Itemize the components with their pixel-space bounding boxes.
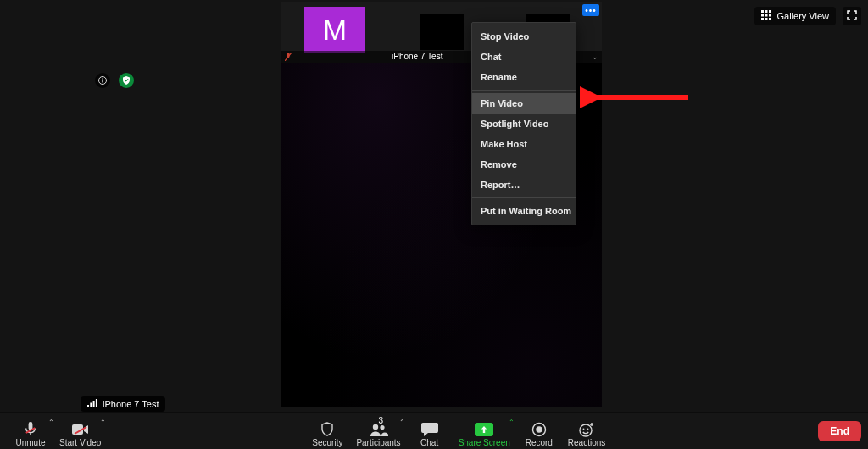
- reactions-label: Reactions: [568, 438, 605, 447]
- chat-bubble-icon: [421, 421, 438, 438]
- svg-rect-17: [96, 399, 97, 407]
- meeting-info-icon[interactable]: [95, 73, 110, 88]
- thumbnail-name: iPhone 7 Test: [392, 51, 442, 63]
- svg-rect-8: [769, 18, 771, 20]
- start-video-label: Start Video: [59, 438, 101, 447]
- security-label: Security: [312, 438, 342, 447]
- security-button[interactable]: Security: [303, 413, 351, 450]
- reactions-button[interactable]: Reactions: [563, 413, 610, 450]
- menu-make-host[interactable]: Make Host: [472, 134, 576, 154]
- share-screen-label: Share Screen: [459, 438, 510, 447]
- svg-rect-6: [761, 18, 764, 20]
- participants-label: Participants: [356, 438, 400, 447]
- chat-button[interactable]: Chat: [406, 413, 453, 450]
- menu-stop-video[interactable]: Stop Video: [472, 26, 576, 47]
- svg-rect-12: [102, 80, 103, 83]
- record-icon: [531, 421, 547, 438]
- video-off-placeholder: [420, 14, 464, 50]
- svg-point-25: [587, 428, 589, 430]
- svg-rect-15: [90, 403, 92, 408]
- microphone-muted-icon: [24, 421, 37, 438]
- svg-rect-4: [765, 14, 768, 17]
- participants-button[interactable]: 3 Participants ⌃: [351, 413, 405, 450]
- record-button[interactable]: Record: [515, 413, 563, 450]
- menu-put-in-waiting-room[interactable]: Put in Waiting Room: [472, 201, 576, 221]
- fullscreen-button[interactable]: [843, 7, 861, 25]
- unmute-label: Unmute: [15, 438, 45, 447]
- speaker-name: iPhone 7 Test: [103, 399, 159, 409]
- thumbnail-more-button[interactable]: •••: [582, 4, 599, 16]
- avatar-initial: M: [304, 7, 365, 53]
- svg-point-24: [583, 428, 585, 430]
- shield-icon: [320, 421, 334, 438]
- encryption-shield-icon[interactable]: [119, 73, 134, 88]
- ellipsis-icon: •••: [585, 6, 597, 15]
- unmute-button[interactable]: Unmute ⌃: [7, 413, 54, 450]
- svg-rect-16: [93, 401, 95, 407]
- svg-rect-18: [72, 424, 83, 435]
- speaker-hover-tooltip: iPhone 7 Test: [81, 396, 165, 412]
- muted-mic-icon: [285, 53, 293, 61]
- end-meeting-button[interactable]: End: [818, 421, 861, 441]
- record-label: Record: [526, 438, 553, 447]
- fullscreen-icon: [847, 8, 857, 24]
- svg-point-22: [537, 427, 542, 432]
- menu-remove[interactable]: Remove: [472, 154, 576, 175]
- menu-pin-video[interactable]: Pin Video: [472, 93, 576, 114]
- svg-rect-7: [765, 18, 768, 20]
- menu-separator: [472, 197, 576, 198]
- gallery-view-button[interactable]: Gallery View: [754, 7, 836, 25]
- gallery-view-label: Gallery View: [776, 11, 829, 21]
- svg-rect-2: [769, 10, 771, 13]
- share-screen-icon: [475, 421, 493, 438]
- chevron-up-icon[interactable]: ⌃: [97, 418, 108, 428]
- svg-rect-3: [761, 14, 764, 17]
- participant-context-menu: Stop Video Chat Rename Pin Video Spotlig…: [471, 22, 576, 225]
- chat-label: Chat: [420, 438, 438, 447]
- menu-spotlight-video[interactable]: Spotlight Video: [472, 114, 576, 134]
- svg-point-19: [372, 424, 377, 429]
- menu-chat[interactable]: Chat: [472, 47, 576, 67]
- svg-point-11: [102, 78, 103, 80]
- menu-rename[interactable]: Rename: [472, 67, 576, 87]
- thumbnail-participant-1[interactable]: M: [281, 2, 388, 63]
- svg-rect-14: [87, 405, 89, 407]
- camera-off-icon: [72, 421, 89, 438]
- svg-rect-5: [769, 14, 771, 17]
- svg-rect-1: [765, 10, 768, 13]
- start-video-button[interactable]: Start Video ⌃: [54, 413, 106, 450]
- signal-icon: [87, 399, 97, 409]
- smiley-plus-icon: [578, 421, 595, 438]
- meeting-toolbar: Unmute ⌃ Start Video ⌃ Security 3 Partic…: [0, 412, 868, 449]
- svg-point-23: [580, 424, 592, 436]
- grid-icon: [761, 10, 771, 22]
- participants-count: 3: [378, 416, 383, 425]
- svg-point-20: [380, 424, 384, 429]
- menu-report[interactable]: Report…: [472, 175, 576, 195]
- share-screen-button[interactable]: Share Screen ⌃: [453, 413, 515, 450]
- menu-separator: [472, 90, 576, 91]
- chevron-down-icon[interactable]: ⌄: [592, 51, 598, 63]
- svg-rect-0: [761, 10, 764, 13]
